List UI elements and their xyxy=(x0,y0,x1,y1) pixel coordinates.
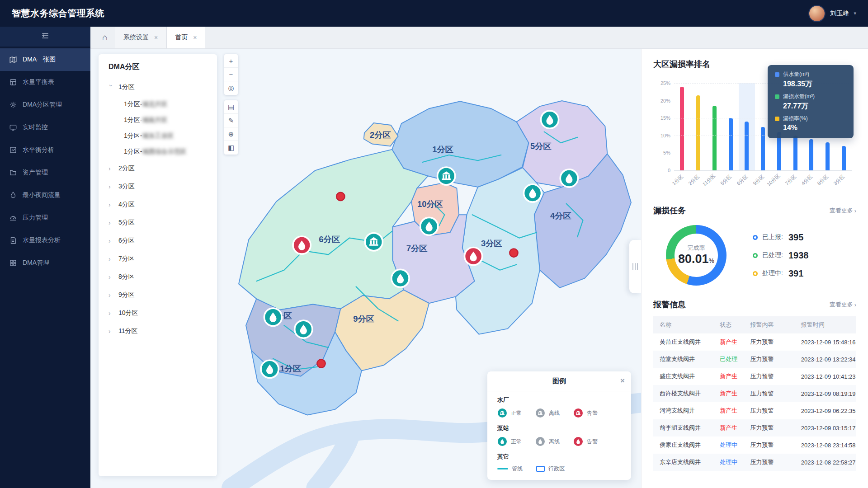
tree-leaf[interactable]: 1分区-城东工业区 xyxy=(99,128,217,144)
pump-marker[interactable] xyxy=(392,269,409,287)
plant-marker[interactable] xyxy=(438,167,455,185)
tab-首页[interactable]: 首页× xyxy=(166,27,205,48)
tree-node-7分区[interactable]: ›7分区 xyxy=(99,250,217,268)
pump-alarm-marker[interactable] xyxy=(293,236,311,254)
layers-button[interactable]: ▤ xyxy=(224,100,238,114)
tree-title: DMA分区 xyxy=(99,62,217,78)
pump-marker[interactable] xyxy=(261,360,278,378)
night-flow-icon xyxy=(9,191,17,199)
plant-marker[interactable] xyxy=(365,233,382,251)
close-icon[interactable]: × xyxy=(154,34,158,41)
sidebar-item-水平衡分析[interactable]: 水平衡分析 xyxy=(0,139,90,161)
draw-button[interactable]: ✎ xyxy=(224,114,238,127)
tree-node-11分区[interactable]: ›11分区 xyxy=(99,322,217,340)
draw-icon: ✎ xyxy=(228,117,234,125)
pump-alarm-marker[interactable] xyxy=(465,247,482,265)
ring-icon xyxy=(753,271,758,276)
pump-marker[interactable] xyxy=(420,217,438,235)
panel-collapse-handle[interactable] xyxy=(629,240,641,293)
partition-manage-icon xyxy=(9,101,17,109)
legend-item-告警: 告警 xyxy=(573,408,598,418)
locate-button[interactable]: ◎ xyxy=(224,81,238,95)
alarm-dot[interactable] xyxy=(509,249,518,257)
zoom-out-button[interactable]: − xyxy=(224,68,238,81)
legend-panel: 图例 × 水厂正常离线告警泵站正常离线告警其它管线行政区 xyxy=(487,371,631,480)
sidebar-item-资产管理[interactable]: 资产管理 xyxy=(0,161,90,184)
alarm-row[interactable]: 范堂支线阀井已处理压力预警2023-12-09 13:22:34 xyxy=(653,351,856,368)
close-icon[interactable]: × xyxy=(620,376,625,385)
alarms-more-link[interactable]: 查看更多 › xyxy=(830,300,856,309)
alarm-row[interactable]: 盛庄支线阀井新产生压力预警2023-12-09 10:41:23 xyxy=(653,368,856,385)
district-label: 4分区 xyxy=(550,211,571,221)
basemap-button[interactable]: ◧ xyxy=(224,141,238,155)
tree-leaf[interactable]: 1分区-城南片区 xyxy=(99,112,217,128)
tree-node-5分区[interactable]: ›5分区 xyxy=(99,214,217,232)
tree-node-8分区[interactable]: ›8分区 xyxy=(99,268,217,286)
avatar[interactable] xyxy=(808,5,826,22)
legend-section-title: 其它 xyxy=(497,453,621,461)
chevron-right-icon: › xyxy=(108,328,114,335)
pump-marker[interactable] xyxy=(295,320,312,338)
district-label: 10分区 xyxy=(417,199,443,209)
ranking-title: 大区漏损率排名 xyxy=(653,59,710,70)
tree-node-4分区[interactable]: ›4分区 xyxy=(99,196,217,214)
donut-center-value: 80.01% xyxy=(678,252,714,266)
zoom-in-button[interactable]: + xyxy=(224,54,238,68)
map-area[interactable]: 1分区2分区5分区4分区3分区10分区7分区6分区8分区9分区11分区 DMA分… xyxy=(90,49,641,488)
tree-leaf[interactable]: 1分区-城西综合示范区 xyxy=(99,144,217,160)
close-icon[interactable]: × xyxy=(193,34,197,41)
alarm-row[interactable]: 东辛店支线阀井处理中压力预警2023-12-08 22:58:27 xyxy=(653,454,856,471)
redacted-text: 城南片区 xyxy=(142,116,167,124)
sidebar-item-DMA分区管理[interactable]: DMA分区管理 xyxy=(0,94,90,116)
tree-node-1分区[interactable]: ›1分区 xyxy=(99,78,217,96)
alarm-row[interactable]: 黄范庄支线阀井新产生压力预警2023-12-09 15:48:16 xyxy=(653,333,856,351)
sidebar-item-水量平衡表[interactable]: 水量平衡表 xyxy=(0,71,90,94)
pump-marker[interactable] xyxy=(560,169,578,187)
sidebar-item-DMA管理[interactable]: DMA管理 xyxy=(0,252,90,274)
user-menu[interactable]: 刘玉峰 ▾ xyxy=(808,5,856,22)
district-label: 6分区 xyxy=(319,235,340,244)
layers-icon: ▤ xyxy=(228,103,234,111)
bar-11分区: 11分区 xyxy=(706,83,722,170)
measure-button[interactable]: ⊕ xyxy=(224,127,238,141)
tree-node-3分区[interactable]: ›3分区 xyxy=(99,178,217,196)
tree-node-9分区[interactable]: ›9分区 xyxy=(99,286,217,304)
alarm-column-header: 报警时间 xyxy=(797,316,856,333)
pump-marker[interactable] xyxy=(524,184,541,202)
alarm-row[interactable]: 侯家庄支线阀井处理中压力预警2023-12-08 23:14:58 xyxy=(653,436,856,454)
legend-swatch xyxy=(775,72,779,77)
tasks-more-link[interactable]: 查看更多 › xyxy=(830,206,856,215)
alarm-row[interactable]: 前李胡支线阀井新产生压力预警2023-12-09 03:15:17 xyxy=(653,419,856,436)
alarm-dot[interactable] xyxy=(336,192,344,201)
alarm-row[interactable]: 河湾支线阀井新产生压力预警2023-12-09 06:22:35 xyxy=(653,402,856,419)
alarm-row[interactable]: 西许楼支线阀井新产生压力预警2023-12-09 08:19:19 xyxy=(653,385,856,402)
pump-marker[interactable] xyxy=(264,308,282,326)
tree-node-6分区[interactable]: ›6分区 xyxy=(99,232,217,250)
bar-6分区: 6分区 xyxy=(739,83,755,170)
district-label: 7分区 xyxy=(406,244,428,253)
tree-node-2分区[interactable]: ›2分区 xyxy=(99,160,217,178)
sidebar-item-DMA一张图[interactable]: DMA一张图 xyxy=(0,48,90,71)
sidebar-item-压力管理[interactable]: 压力管理 xyxy=(0,206,90,229)
chevron-right-icon: › xyxy=(108,273,114,281)
pump-marker[interactable] xyxy=(541,111,558,128)
tab-系统设置[interactable]: 系统设置× xyxy=(115,27,166,48)
chevron-right-icon: › xyxy=(108,310,114,317)
chevron-right-icon: › xyxy=(108,291,114,299)
district-swatch xyxy=(536,466,545,472)
home-button[interactable]: ⌂ xyxy=(95,27,115,48)
tree-leaf[interactable]: 1分区-城北片区 xyxy=(99,96,217,112)
plant-alarm-icon xyxy=(573,408,583,418)
bar-5分区: 5分区 xyxy=(722,83,739,170)
tree-node-10分区[interactable]: ›10分区 xyxy=(99,304,217,322)
legend-item-行政区: 行政区 xyxy=(536,465,565,473)
chevron-down-icon: ▾ xyxy=(854,10,856,16)
sidebar-item-最小夜间流量[interactable]: 最小夜间流量 xyxy=(0,184,90,206)
alarm-dot[interactable] xyxy=(317,359,325,367)
district-label: 3分区 xyxy=(481,239,502,248)
sidebar-item-水量报表分析[interactable]: 水量报表分析 xyxy=(0,229,90,252)
legend-item-离线: 离线 xyxy=(535,436,560,446)
sidebar-item-实时监控[interactable]: 实时监控 xyxy=(0,116,90,139)
leak-tasks-section: 漏损任务 查看更多 › 完成率 80.01% 已上报:395已处理:1938处理… xyxy=(653,205,856,286)
sidebar-collapse-button[interactable] xyxy=(0,27,90,47)
